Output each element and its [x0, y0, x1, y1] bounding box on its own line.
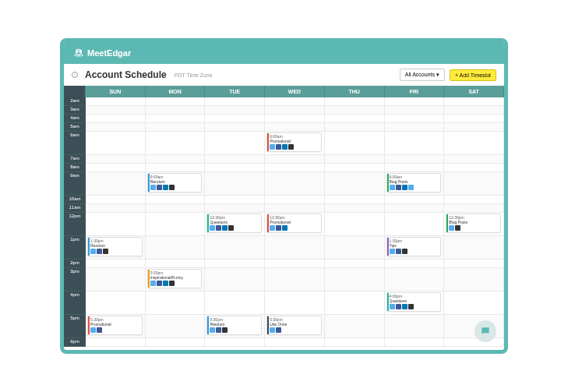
calendar-cell[interactable]: [265, 106, 325, 115]
calendar-cell[interactable]: [265, 196, 325, 204]
calendar-cell[interactable]: [385, 164, 445, 172]
event-card[interactable]: 5:30pmPromotional: [87, 316, 143, 335]
calendar-cell[interactable]: [146, 204, 206, 213]
calendar-cell[interactable]: [444, 155, 504, 164]
calendar-cell[interactable]: [86, 260, 146, 268]
calendar-cell[interactable]: [146, 291, 206, 315]
calendar-cell[interactable]: [205, 106, 265, 115]
calendar-cell[interactable]: [444, 115, 504, 123]
calendar-cell[interactable]: [86, 213, 146, 236]
calendar-cell[interactable]: [86, 291, 146, 315]
calendar-cell[interactable]: [325, 155, 385, 164]
calendar-cell[interactable]: [265, 172, 325, 196]
event-card[interactable]: 9:00amRandom: [147, 173, 203, 192]
calendar-cell[interactable]: [265, 291, 325, 315]
calendar-cell[interactable]: [146, 236, 206, 260]
calendar-cell[interactable]: [86, 97, 146, 106]
event-card[interactable]: 3:00pmInspirational/Funny: [147, 269, 203, 288]
calendar-cell[interactable]: [146, 97, 206, 106]
calendar-cell[interactable]: [385, 115, 445, 123]
calendar-cell[interactable]: [86, 172, 146, 196]
calendar-cell[interactable]: [86, 196, 146, 204]
calendar-cell[interactable]: [86, 338, 146, 347]
event-card[interactable]: 12:30pmPromotional: [266, 214, 322, 233]
calendar-cell[interactable]: 12:30pmBlog Posts: [444, 213, 504, 236]
calendar-cell[interactable]: [205, 260, 265, 268]
calendar-cell[interactable]: [86, 132, 146, 155]
calendar-cell[interactable]: [385, 315, 445, 338]
calendar-cell[interactable]: 9:00amRandom: [146, 172, 206, 196]
calendar-cell[interactable]: [146, 213, 206, 236]
calendar-cell[interactable]: 6:00amPromotional: [265, 132, 325, 155]
calendar-cell[interactable]: [205, 155, 265, 164]
calendar-cell[interactable]: [325, 236, 385, 260]
calendar-cell[interactable]: [325, 106, 385, 115]
calendar-cell[interactable]: [325, 213, 385, 236]
calendar-cell[interactable]: [444, 291, 504, 315]
calendar-cell[interactable]: [325, 338, 385, 347]
event-card[interactable]: 1:00pmTips: [386, 237, 442, 256]
calendar-cell[interactable]: [325, 97, 385, 106]
calendar-cell[interactable]: [444, 164, 504, 172]
calendar-cell[interactable]: [86, 106, 146, 115]
calendar-cell[interactable]: [205, 97, 265, 106]
calendar-cell[interactable]: [205, 172, 265, 196]
event-card[interactable]: 1:30pmRandom: [87, 237, 143, 256]
calendar-cell[interactable]: [205, 132, 265, 155]
calendar-cell[interactable]: [325, 260, 385, 268]
calendar-cell[interactable]: [265, 164, 325, 172]
calendar-cell[interactable]: [325, 204, 385, 213]
calendar-cell[interactable]: [86, 123, 146, 132]
calendar-cell[interactable]: [146, 338, 206, 347]
event-card[interactable]: 5:30pmUse Once: [266, 316, 322, 335]
event-card[interactable]: 9:00amBlog Posts: [386, 173, 442, 192]
calendar-cell[interactable]: [86, 204, 146, 213]
event-card[interactable]: 6:00amPromotional: [266, 132, 322, 152]
calendar-cell[interactable]: [325, 291, 385, 315]
calendar-cell[interactable]: [385, 260, 445, 268]
accounts-dropdown[interactable]: All Accounts ▾: [400, 69, 445, 81]
calendar-cell[interactable]: [385, 213, 445, 236]
calendar-cell[interactable]: [325, 196, 385, 204]
info-icon[interactable]: i: [72, 72, 78, 78]
calendar-cell[interactable]: [86, 164, 146, 172]
calendar-cell[interactable]: [325, 115, 385, 123]
calendar-cell[interactable]: [265, 115, 325, 123]
calendar-cell[interactable]: [146, 164, 206, 172]
calendar-cell[interactable]: [385, 338, 445, 347]
calendar-cell[interactable]: [444, 260, 504, 268]
calendar-cell[interactable]: [444, 338, 504, 347]
event-card[interactable]: 12:30pmQuestions: [206, 214, 262, 233]
calendar-cell[interactable]: [205, 204, 265, 213]
calendar-cell[interactable]: [444, 236, 504, 260]
calendar-cell[interactable]: [385, 196, 445, 204]
calendar-cell[interactable]: [444, 97, 504, 106]
calendar-cell[interactable]: [205, 268, 265, 291]
calendar-cell[interactable]: [86, 155, 146, 164]
calendar-cell[interactable]: [205, 236, 265, 260]
calendar-cell[interactable]: [444, 196, 504, 204]
calendar-cell[interactable]: [385, 97, 445, 106]
brand-logo[interactable]: MeetEdgar: [73, 48, 131, 58]
calendar-cell[interactable]: 1:00pmTips: [385, 236, 445, 260]
calendar-cell[interactable]: [146, 196, 206, 204]
calendar-cell[interactable]: [385, 155, 445, 164]
calendar-cell[interactable]: 1:30pmRandom: [86, 236, 146, 260]
event-card[interactable]: 12:30pmBlog Posts: [446, 214, 501, 233]
calendar-cell[interactable]: 5:30pmUse Once: [265, 315, 325, 338]
calendar-cell[interactable]: [444, 106, 504, 115]
calendar-cell[interactable]: [265, 155, 325, 164]
calendar-cell[interactable]: 4:00pmQuestions: [385, 291, 445, 315]
calendar-cell[interactable]: 5:30pmRandom: [205, 315, 265, 338]
event-card[interactable]: 4:00pmQuestions: [386, 292, 442, 312]
calendar-cell[interactable]: [325, 132, 385, 155]
calendar-cell[interactable]: [205, 164, 265, 172]
add-timeslot-button[interactable]: + Add Timeslot: [450, 69, 496, 81]
calendar-cell[interactable]: [265, 123, 325, 132]
calendar-cell[interactable]: [385, 204, 445, 213]
calendar-cell[interactable]: [205, 123, 265, 132]
calendar-cell[interactable]: [146, 155, 206, 164]
event-card[interactable]: 5:30pmRandom: [206, 316, 262, 335]
calendar-cell[interactable]: [265, 260, 325, 268]
calendar-cell[interactable]: [444, 172, 504, 196]
